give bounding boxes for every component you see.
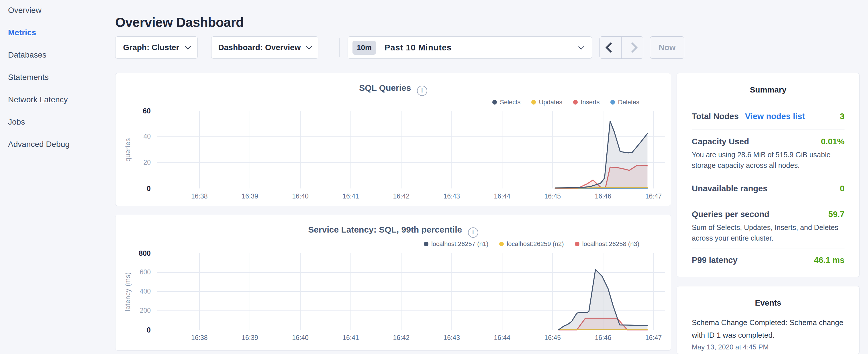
x-axis-tick: 16:47: [637, 192, 671, 200]
chart-title: Service Latency: SQL, 99th percentile: [308, 225, 462, 234]
events-title: Events: [677, 298, 859, 308]
legend-item: Deletes: [610, 99, 639, 106]
chart-plot-area[interactable]: [157, 111, 665, 189]
chart-plot-area[interactable]: [157, 253, 665, 330]
legend-label: Deletes: [618, 99, 639, 106]
graph-dropdown[interactable]: Graph: Cluster: [115, 36, 198, 59]
legend-dot-icon: [492, 100, 497, 104]
x-axis-tick: 16:45: [535, 334, 570, 342]
x-axis-tick: 16:40: [283, 192, 317, 200]
sql-queries-chart-card: SQL Queries i SelectsUpdatesInsertsDelet…: [115, 73, 671, 206]
y-axis-tick: 40: [128, 133, 151, 140]
page-title: Overview Dashboard: [115, 14, 244, 30]
x-axis-tick: 16:42: [384, 334, 418, 342]
legend-dot-icon: [610, 100, 615, 104]
x-axis-tick: 16:40: [283, 334, 317, 342]
view-nodes-list-link[interactable]: View nodes list: [745, 112, 805, 121]
x-axis-tick: 16:47: [637, 334, 671, 342]
time-pager: [599, 36, 643, 59]
legend-dot-icon: [575, 242, 580, 246]
p99-latency-value: 46.1 ms: [814, 255, 844, 265]
events-panel: Events Schema Change Completed: Schema c…: [677, 286, 860, 354]
prev-timerange-button[interactable]: [600, 37, 622, 58]
sidebar-item-overview[interactable]: Overview: [8, 6, 115, 14]
x-axis-tick: 16:46: [586, 192, 620, 200]
divider: [692, 249, 844, 249]
x-axis-tick: 16:44: [485, 192, 519, 200]
event-message[interactable]: Schema Change Completed: Schema change w…: [692, 316, 852, 342]
summary-row-p99: P99 latency 46.1 ms: [692, 255, 844, 265]
total-nodes-label: Total Nodes: [692, 112, 739, 121]
next-timerange-button[interactable]: [622, 37, 643, 58]
legend-item: localhost:26258 (n3): [575, 240, 639, 248]
sidebar-item-databases[interactable]: Databases: [8, 51, 115, 59]
legend-label: localhost:26258 (n3): [582, 240, 639, 248]
x-axis-tick: 16:38: [182, 334, 217, 342]
sidebar-item-statements[interactable]: Statements: [8, 73, 115, 82]
chevron-left-icon: [605, 42, 616, 53]
x-axis-tick: 16:39: [233, 192, 267, 200]
x-axis-tick: 16:43: [434, 192, 469, 200]
y-axis-tick: 0: [128, 326, 151, 334]
sidebar-item-advanced-debug[interactable]: Advanced Debug: [8, 140, 115, 149]
legend-dot-icon: [499, 242, 504, 246]
legend-label: Selects: [500, 99, 520, 106]
sidebar-item-jobs[interactable]: Jobs: [8, 118, 115, 126]
capacity-used-description: You are using 28.6 MiB of 515.9 GiB usab…: [692, 150, 848, 171]
y-axis-tick: 0: [128, 185, 151, 193]
legend-dot-icon: [531, 100, 536, 104]
total-nodes-value: 3: [840, 112, 844, 121]
time-range-badge: 10m: [352, 41, 376, 55]
summary-row-qps: Queries per second 59.7: [692, 210, 844, 219]
x-axis-tick: 16:41: [334, 334, 368, 342]
dashboard-dropdown[interactable]: Dashboard: Overview: [211, 36, 318, 59]
legend-item: Inserts: [573, 99, 599, 106]
x-axis-tick: 16:46: [586, 334, 620, 342]
info-icon[interactable]: i: [417, 86, 427, 96]
sidebar-item-metrics[interactable]: Metrics: [8, 28, 115, 37]
summary-title: Summary: [677, 85, 859, 95]
x-axis-tick: 16:39: [233, 334, 267, 342]
time-range-picker[interactable]: 10m Past 10 Minutes: [348, 36, 592, 59]
x-axis-tick: 16:43: [434, 334, 469, 342]
divider: [692, 129, 844, 129]
legend-label: Inserts: [581, 99, 599, 106]
summary-row-capacity: Capacity Used 0.01%: [692, 137, 844, 147]
unavailable-ranges-label: Unavailable ranges: [692, 184, 767, 193]
unavailable-ranges-value: 0: [840, 184, 844, 193]
legend-label: Updates: [539, 99, 562, 106]
legend-dot-icon: [573, 100, 578, 104]
capacity-used-label: Capacity Used: [692, 137, 749, 147]
legend-item: Selects: [492, 99, 520, 106]
x-axis-tick: 16:42: [384, 192, 418, 200]
summary-row-total-nodes: Total Nodes View nodes list 3: [692, 112, 844, 121]
x-axis-tick: 16:45: [535, 192, 570, 200]
legend-label: localhost:26259 (n2): [507, 240, 564, 248]
sidebar: Overview Metrics Databases Statements Ne…: [0, 0, 115, 354]
y-axis-tick: 400: [128, 288, 151, 295]
controls-divider: [339, 38, 340, 57]
legend-dot-icon: [424, 242, 428, 246]
y-axis-tick: 600: [128, 268, 151, 276]
legend-item: Updates: [531, 99, 562, 106]
summary-panel: Summary Total Nodes View nodes list 3 Ca…: [677, 73, 860, 277]
dashboard-dropdown-value: Dashboard: Overview: [218, 43, 301, 52]
queries-per-second-label: Queries per second: [692, 210, 769, 219]
chart-title: SQL Queries: [359, 83, 411, 93]
legend-label: localhost:26257 (n1): [431, 240, 488, 248]
y-axis-tick: 200: [128, 307, 151, 315]
now-button[interactable]: Now: [650, 36, 684, 59]
time-range-label: Past 10 Minutes: [384, 43, 452, 53]
info-icon[interactable]: i: [468, 227, 478, 238]
y-axis-tick: 800: [128, 249, 151, 257]
legend-item: localhost:26259 (n2): [499, 240, 564, 248]
sidebar-item-network-latency[interactable]: Network Latency: [8, 95, 115, 104]
chevron-down-icon: [185, 43, 191, 49]
service-latency-chart-card: Service Latency: SQL, 99th percentile i …: [115, 215, 671, 351]
x-axis-tick: 16:44: [485, 334, 519, 342]
summary-row-unavailable-ranges: Unavailable ranges 0: [692, 184, 844, 193]
y-axis-label: queries: [124, 111, 132, 189]
graph-dropdown-value: Graph: Cluster: [123, 43, 179, 52]
chevron-down-icon: [306, 43, 312, 49]
chevron-right-icon: [627, 42, 638, 53]
